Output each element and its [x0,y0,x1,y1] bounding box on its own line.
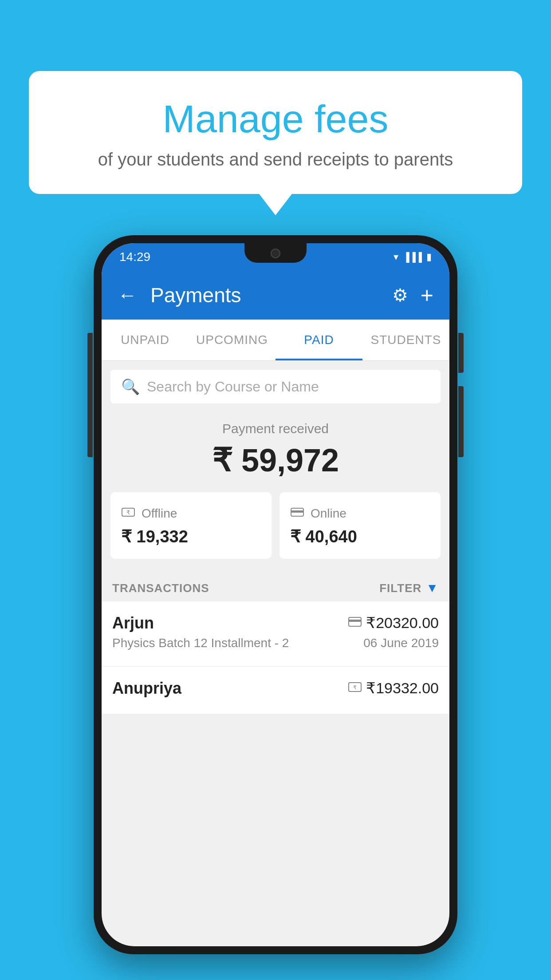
transaction-amount: ₹19332.00 [366,679,439,697]
camera [271,249,280,258]
search-bar[interactable]: 🔍 Search by Course or Name [110,370,441,403]
transaction-amount-wrap: ₹ ₹19332.00 [348,679,439,697]
filter-label: FILTER [379,581,421,595]
online-payment-icon [290,505,304,522]
svg-text:₹: ₹ [353,684,357,691]
transaction-item-arjun[interactable]: Arjun ₹20320.00 Physics [102,601,449,667]
notch [244,243,307,263]
phone-screen: 14:29 ▾ ▐▐▐ ▮ ← Payments ⚙ + [102,243,449,946]
online-card: Online ₹ 40,640 [279,492,441,559]
search-placeholder: Search by Course or Name [147,379,319,395]
tab-students[interactable]: STUDENTS [362,320,449,360]
transactions-label: TRANSACTIONS [112,581,209,595]
speech-bubble: Manage fees of your students and send re… [29,71,522,194]
payment-cards: ₹ Offline ₹ 19,332 [102,492,449,572]
transaction-date: 06 June 2019 [363,636,439,650]
back-button[interactable]: ← [118,284,137,306]
payment-summary: Payment received ₹ 59,972 [102,403,449,492]
filter-icon: ▼ [426,581,439,595]
content-area: 🔍 Search by Course or Name Payment recei… [102,361,449,714]
settings-icon[interactable]: ⚙ [392,285,408,305]
payment-received-label: Payment received [110,421,441,436]
transaction-item-anupriya[interactable]: Anupriya ₹ ₹19332.00 [102,667,449,714]
tab-upcoming[interactable]: UPCOMING [189,320,276,360]
svg-rect-5 [349,620,361,622]
page-title: Payments [150,283,379,307]
transaction-amount: ₹20320.00 [366,614,439,632]
offline-card: ₹ Offline ₹ 19,332 [110,492,272,559]
speech-bubble-title: Manage fees [51,98,500,141]
phone-body: 14:29 ▾ ▐▐▐ ▮ ← Payments ⚙ + [94,235,457,954]
transaction-offline-icon: ₹ [348,682,362,694]
search-icon: 🔍 [121,378,140,395]
status-time: 14:29 [119,250,150,264]
online-label: Online [311,506,346,521]
payment-total-amount: ₹ 59,972 [110,442,441,479]
offline-payment-icon: ₹ [121,505,135,522]
offline-label: Offline [142,506,177,521]
transaction-name: Arjun [112,614,154,632]
wifi-icon: ▾ [394,251,398,263]
online-amount: ₹ 40,640 [290,527,430,546]
speech-bubble-subtitle: of your students and send receipts to pa… [51,150,500,170]
transaction-amount-wrap: ₹20320.00 [348,614,439,632]
svg-rect-3 [291,510,303,513]
header-actions: ⚙ + [392,282,433,308]
battery-icon: ▮ [426,251,432,263]
signal-icon: ▐▐▐ [403,252,422,262]
transaction-name: Anupriya [112,679,181,698]
transaction-card-icon [348,617,362,628]
add-icon[interactable]: + [421,282,433,308]
offline-amount: ₹ 19,332 [121,527,261,546]
transaction-detail: Physics Batch 12 Installment - 2 [112,636,289,650]
transactions-header: TRANSACTIONS FILTER ▼ [102,572,449,601]
tab-paid[interactable]: PAID [276,320,362,360]
tabs: UNPAID UPCOMING PAID STUDENTS [102,320,449,361]
status-icons: ▾ ▐▐▐ ▮ [394,251,432,263]
svg-text:₹: ₹ [126,509,130,516]
app-header: ← Payments ⚙ + [102,271,449,320]
filter-button[interactable]: FILTER ▼ [379,581,439,595]
tab-unpaid[interactable]: UNPAID [102,320,189,360]
phone-container: 14:29 ▾ ▐▐▐ ▮ ← Payments ⚙ + [94,235,457,954]
